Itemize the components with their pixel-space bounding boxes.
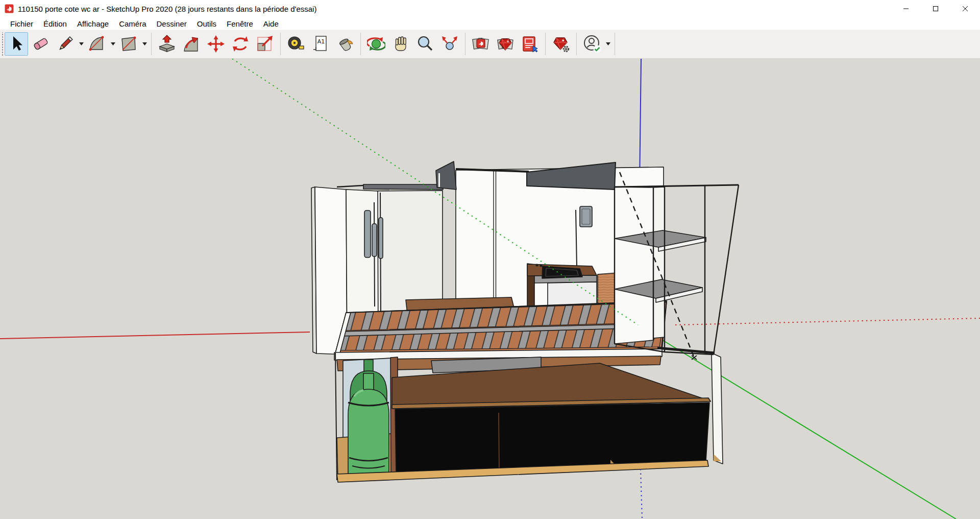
select-cursor-icon [7,35,26,53]
zoom-extents-icon [440,35,459,53]
toolbar: A1 [0,30,980,59]
gas-bottle[interactable] [348,360,389,477]
tool-zoom-extents-button[interactable] [438,32,461,56]
toolbar-separator [465,33,465,55]
menu-bar: Fichier Édition Affichage Caméra Dessine… [0,17,980,30]
tool-arc-button[interactable] [85,32,109,56]
zoom-magnifier-icon [416,35,434,53]
push-pull-icon [158,35,176,53]
svg-text:A1: A1 [317,38,325,45]
rectangle-shape-icon [119,35,138,53]
menu-affichage[interactable]: Affichage [72,18,114,29]
toolbar-separator [151,33,152,55]
toolbar-separator [545,33,546,55]
tool-shapes-dropdown[interactable] [141,32,148,56]
3d-warehouse-icon [472,35,490,53]
close-icon [962,6,968,12]
tool-arc-dropdown[interactable] [109,32,116,56]
tool-orbit-button[interactable] [364,32,388,56]
menu-fichier[interactable]: Fichier [5,18,38,29]
rotate-icon [231,35,250,53]
sign-in-dropdown[interactable] [604,32,611,56]
move-icon [207,35,225,53]
pencil-icon [56,35,75,53]
tape-measure-icon [287,35,305,53]
tool-select-button[interactable] [5,32,28,56]
sketchup-logo-icon [5,4,14,13]
eraser-icon [32,35,50,53]
window-title: 110150 porte cote wc ar - SketchUp Pro 2… [18,5,316,13]
toolbar-grip[interactable] [1,32,4,56]
gas-locker[interactable] [335,353,398,480]
menu-fenetre[interactable]: Fenêtre [222,18,258,29]
arc-icon [88,35,106,53]
right-side-wall[interactable] [712,353,723,464]
tool-pushpull-button[interactable] [155,32,179,56]
toolbar-separator [280,33,281,55]
layout-document-icon [521,35,539,53]
pan-hand-icon [391,35,410,53]
tool-move-button[interactable] [204,32,228,56]
text-tool-icon: A1 [311,35,330,53]
tool-tape-button[interactable] [284,32,308,56]
menu-camera[interactable]: Caméra [114,18,151,29]
menu-dessiner[interactable]: Dessiner [152,18,192,29]
extension-manager-gem-icon [552,35,570,53]
account-sign-in-icon [582,34,602,54]
title-bar: 110150 porte cote wc ar - SketchUp Pro 2… [0,0,980,17]
orbit-icon [367,35,385,53]
menu-aide[interactable]: Aide [258,18,284,29]
menu-outils[interactable]: Outils [192,18,222,29]
tool-extension-manager-button[interactable] [549,32,573,56]
viewport-3d[interactable] [0,59,980,519]
sign-in-button[interactable] [580,32,604,56]
toolbar-separator [615,33,615,55]
tool-offset-button[interactable] [180,32,203,56]
maximize-button[interactable] [921,0,950,17]
toolbar-separator [360,33,361,55]
scale-icon [256,35,274,53]
tool-paint-button[interactable] [333,32,357,56]
tool-scale-button[interactable] [253,32,277,56]
minimize-icon [903,6,909,12]
tool-line-button[interactable] [54,32,77,56]
tool-eraser-button[interactable] [29,32,53,56]
minimize-button[interactable] [891,0,921,17]
chevron-down-icon [79,42,84,45]
tool-rotate-button[interactable] [229,32,252,56]
tool-pan-button[interactable] [389,32,412,56]
tool-zoom-button[interactable] [413,32,437,56]
toolbar-separator [576,33,577,55]
tool-text-button[interactable]: A1 [309,32,332,56]
chevron-down-icon [606,42,610,45]
model-scene [0,59,980,519]
maximize-icon [933,6,939,12]
paint-bucket-icon [336,35,354,53]
tool-line-dropdown[interactable] [78,32,85,56]
tool-shapes-button[interactable] [117,32,140,56]
menu-edition[interactable]: Édition [38,18,72,29]
extension-warehouse-gem-icon [496,35,514,53]
close-button[interactable] [950,0,980,17]
sketchup-window: 110150 porte cote wc ar - SketchUp Pro 2… [0,0,980,519]
tool-3d-warehouse-button[interactable] [469,32,493,56]
chevron-down-icon [111,42,115,45]
tool-send-to-layout-button[interactable] [518,32,542,56]
chevron-down-icon [142,42,147,45]
tool-extension-warehouse-button[interactable] [494,32,517,56]
offset-icon [182,35,201,53]
